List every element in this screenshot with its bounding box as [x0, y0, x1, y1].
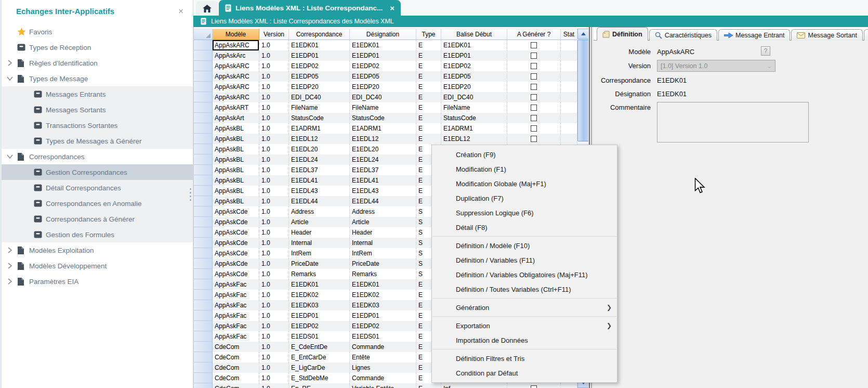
- menu-item-cr-ation-f9-[interactable]: Création (F9): [432, 147, 617, 162]
- row-selector[interactable]: [194, 40, 213, 50]
- row-selector[interactable]: [194, 92, 213, 102]
- row-selector[interactable]: [194, 258, 213, 269]
- sidebar-splitter-grip[interactable]: [190, 188, 191, 201]
- chevron-right-icon[interactable]: [6, 262, 14, 269]
- sidebar-item-r-gles-d-identification[interactable]: Règles d'Identification: [2, 55, 193, 71]
- table-row[interactable]: AppAskArt1.0StatusCodeStatusCodeEStatusC…: [194, 113, 577, 123]
- row-selector-header[interactable]: [194, 29, 213, 40]
- row-selector[interactable]: [194, 227, 213, 238]
- a-generer-checkbox[interactable]: [531, 73, 537, 80]
- panel-tab-partial[interactable]: [864, 29, 868, 41]
- sidebar-item-types-de-message[interactable]: Types de Message: [2, 71, 193, 86]
- column-header-mod-le[interactable]: Modèle: [213, 29, 259, 40]
- sidebar-item-correspondances-en-anomalie[interactable]: Correspondances en Anomalie: [2, 196, 193, 211]
- a-generer-checkbox[interactable]: [531, 115, 537, 121]
- version-dropdown[interactable]: [1.0] Version 1.0 ⌄: [657, 60, 775, 72]
- sidebar-item-correspondances[interactable]: Correspondances: [2, 149, 193, 164]
- row-selector[interactable]: [194, 248, 213, 258]
- sidebar-item-d-tail-correspondances[interactable]: Détail Correspondances: [2, 180, 193, 196]
- row-selector[interactable]: [194, 134, 213, 144]
- menu-item-condition-par-d-faut[interactable]: Condition par Défaut: [432, 366, 617, 380]
- table-row[interactable]: AppAskBL1.0E1ADRM1E1ADRM1EE1ADRM1: [194, 123, 577, 134]
- panel-tab-d-finition[interactable]: Définition: [597, 27, 648, 41]
- menu-item-modification-f1-[interactable]: Modification (F1): [432, 162, 617, 176]
- scrollbar-thumb[interactable]: [577, 40, 588, 141]
- menu-item-d-finition-variables-f11-[interactable]: Définition / Variables (F11): [432, 253, 617, 267]
- row-selector[interactable]: [194, 352, 213, 363]
- table-row[interactable]: AppAskARC1.0E1EDK01E1EDK01EE1EDK01: [194, 40, 577, 50]
- sidebar-item-param-tres-eia[interactable]: Paramètres EIA: [2, 274, 193, 289]
- table-row[interactable]: AppAskARC1.0EDI_DC40EDI_DC40EEDI_DC40: [194, 92, 577, 102]
- panel-tab-caract-ristiques[interactable]: Caractéristiques: [649, 29, 717, 41]
- row-selector[interactable]: [194, 217, 213, 227]
- row-selector[interactable]: [194, 71, 213, 82]
- row-selector[interactable]: [194, 175, 213, 186]
- row-selector[interactable]: [194, 321, 213, 331]
- row-selector[interactable]: [194, 206, 213, 217]
- menu-item-duplication-f7-[interactable]: Duplication (F7): [432, 191, 617, 205]
- sidebar-item-gestion-correspondances[interactable]: Gestion Correspondances: [2, 164, 193, 180]
- column-header-balise-d-but[interactable]: Balise Début: [441, 29, 507, 40]
- table-row[interactable]: AppAskARC1.0E1EDP02E1EDP02EE1EDP02: [194, 61, 577, 71]
- table-row[interactable]: AppAskARC1.0E1EDP20E1EDP20EE1EDP20: [194, 82, 577, 92]
- row-selector[interactable]: [194, 238, 213, 248]
- a-generer-checkbox[interactable]: [531, 63, 537, 69]
- row-selector[interactable]: [194, 363, 213, 373]
- menu-item-suppression-logique-f6-[interactable]: Suppression Logique (F6): [432, 205, 617, 220]
- menu-item-d-finition-toutes-variables-ctrl-f11-[interactable]: Définition / Toutes Variables (Ctrl+F11): [432, 282, 617, 296]
- row-selector[interactable]: [194, 50, 213, 61]
- sidebar-item-messages-entrants[interactable]: Messages Entrants: [2, 86, 193, 102]
- row-selector[interactable]: [194, 123, 213, 134]
- a-generer-checkbox[interactable]: [531, 53, 537, 59]
- menu-item-importation-de-donn-es[interactable]: Importation de Données: [432, 333, 617, 347]
- active-tab[interactable]: Liens Modèles XML : Liste Correspondanc.…: [219, 0, 401, 16]
- panel-tab-message-sortant[interactable]: Message Sortant: [791, 29, 863, 41]
- sidebar-item-types-de-messages-g-n-rer[interactable]: Types de Messages à Générer: [2, 133, 193, 149]
- table-row[interactable]: AppAskARC1.0E1EDP05E1EDP05EE1EDP05: [194, 71, 577, 82]
- chevron-right-icon[interactable]: [6, 247, 14, 254]
- sidebar-item-messages-sortants[interactable]: Messages Sortants: [2, 102, 193, 118]
- a-generer-checkbox[interactable]: [531, 42, 537, 48]
- chevron-down-icon[interactable]: [6, 153, 14, 160]
- a-generer-checkbox[interactable]: [531, 84, 537, 90]
- table-row[interactable]: CdeCom1.0En_REVariable EntêteEInf: [194, 383, 577, 388]
- row-selector[interactable]: [194, 165, 213, 175]
- row-selector[interactable]: [194, 61, 213, 71]
- menu-item-g-n-ration[interactable]: Génération❯: [432, 300, 617, 315]
- help-button[interactable]: ?: [761, 46, 770, 56]
- row-selector[interactable]: [194, 269, 213, 279]
- a-generer-checkbox[interactable]: [531, 125, 537, 132]
- row-selector[interactable]: [194, 102, 213, 113]
- sidebar-item-mod-les-d-veloppement[interactable]: Modèles Développement: [2, 258, 193, 274]
- table-row[interactable]: AppAskArc1.0E1EDP01E1EDP01EE1EDP01: [194, 50, 577, 61]
- sidebar-item-correspondances-g-n-rer[interactable]: Correspondances à Générer: [2, 211, 193, 227]
- a-generer-checkbox[interactable]: [531, 105, 537, 111]
- sidebar-item-mod-les-exploitation[interactable]: Modèles Exploitation: [2, 242, 193, 258]
- row-selector[interactable]: [194, 311, 213, 321]
- chevron-down-icon[interactable]: [6, 75, 14, 82]
- sidebar-close-icon[interactable]: ×: [178, 6, 183, 17]
- row-selector[interactable]: [194, 290, 213, 300]
- table-row[interactable]: AppAskART1.0FileNameFileNameEFileName: [194, 102, 577, 113]
- chevron-right-icon[interactable]: [6, 59, 14, 67]
- column-header-a-g-n-rer-[interactable]: A Générer ?: [507, 29, 561, 40]
- menu-item-modification-globale-maj-f1-[interactable]: Modification Globale (Maj+F1): [432, 176, 617, 191]
- row-selector[interactable]: [194, 383, 213, 388]
- row-selector[interactable]: [194, 186, 213, 196]
- menu-item-d-finition-mod-le-f10-[interactable]: Définition / Modèle (F10): [432, 238, 617, 253]
- row-selector[interactable]: [194, 144, 213, 154]
- column-header-d-signation[interactable]: Désignation: [350, 29, 416, 40]
- menu-item-d-finition-variables-obligatoires-maj-f11-[interactable]: Définition / Variables Obligatoires (Maj…: [432, 267, 617, 282]
- row-selector[interactable]: [194, 279, 213, 290]
- chevron-right-icon[interactable]: [6, 278, 14, 285]
- row-selector[interactable]: [194, 373, 213, 383]
- tab-close-icon[interactable]: ×: [388, 4, 394, 12]
- row-selector[interactable]: [194, 113, 213, 123]
- sidebar-item-transactions-sortantes[interactable]: Transactions Sortantes: [2, 118, 193, 133]
- sidebar-item-favoris[interactable]: Favoris: [2, 24, 193, 40]
- table-row[interactable]: AppAskBL1.0E1EDL12E1EDL12EE1EDL12: [194, 134, 577, 144]
- row-selector[interactable]: [194, 196, 213, 206]
- column-header-version[interactable]: Version: [259, 29, 289, 40]
- menu-item-exportation[interactable]: Exportation❯: [432, 318, 617, 333]
- scroll-up-button[interactable]: [577, 29, 588, 39]
